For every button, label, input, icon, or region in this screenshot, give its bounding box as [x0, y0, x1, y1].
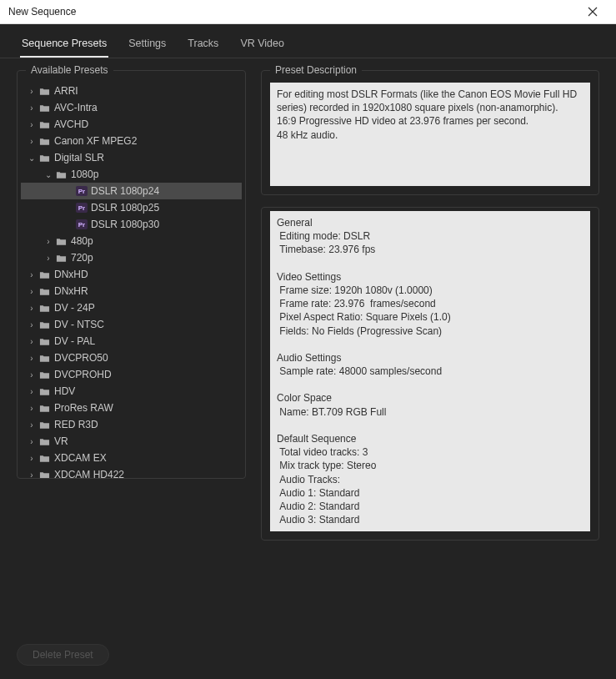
preset-icon: Pr — [76, 186, 88, 196]
tree-folder[interactable]: ›DVCPROHD — [21, 366, 242, 383]
folder-icon — [38, 302, 51, 314]
tree-folder[interactable]: ›DNxHR — [21, 283, 242, 299]
tree-item-label: DV - PAL — [54, 335, 95, 347]
tree-item-label: DNxHD — [54, 269, 88, 280]
tree-folder[interactable]: ›480p — [21, 233, 242, 249]
tree-item-label: AVCHD — [54, 118, 88, 130]
chevron-right-icon[interactable]: › — [26, 320, 38, 329]
tree-preset[interactable]: PrDSLR 1080p24 — [21, 183, 242, 199]
folder-icon — [38, 469, 51, 478]
tree-folder[interactable]: ›ProRes RAW — [21, 400, 242, 416]
preset-details-panel: General Editing mode: DSLR Timebase: 23.… — [261, 207, 599, 541]
tree-item-label: XDCAM HD422 — [54, 469, 124, 478]
tree-folder[interactable]: ›AVC-Intra — [21, 99, 242, 116]
tree-item-label: 1080p — [71, 168, 98, 180]
folder-icon — [38, 135, 51, 147]
tab-sequence-presets[interactable]: Sequence Presets — [20, 33, 108, 58]
chevron-right-icon[interactable]: › — [26, 304, 38, 313]
chevron-right-icon[interactable]: › — [26, 404, 38, 413]
tree-folder[interactable]: ⌄1080p — [21, 166, 242, 183]
preset-icon: Pr — [76, 219, 88, 229]
preset-details-text[interactable]: General Editing mode: DSLR Timebase: 23.… — [270, 211, 590, 531]
tree-folder[interactable]: ›720p — [21, 249, 242, 266]
folder-icon — [38, 118, 51, 130]
tree-item-label: ProRes RAW — [54, 402, 113, 414]
chevron-right-icon[interactable]: › — [26, 137, 38, 146]
folder-icon — [38, 85, 51, 97]
tree-preset[interactable]: PrDSLR 1080p25 — [21, 199, 242, 216]
tree-folder[interactable]: ›Canon XF MPEG2 — [21, 133, 242, 149]
chevron-right-icon[interactable]: › — [26, 87, 38, 96]
tree-item-label: DVCPRO50 — [54, 352, 108, 364]
chevron-down-icon[interactable]: ⌄ — [43, 170, 54, 179]
tree-item-label: DVCPROHD — [54, 369, 112, 380]
tree-item-label: RED R3D — [54, 419, 98, 430]
folder-icon — [38, 419, 51, 430]
tree-folder[interactable]: ›DV - NTSC — [21, 316, 242, 333]
tree-folder[interactable]: ›DVCPRO50 — [21, 350, 242, 366]
right-column: Preset Description For editing most DSLR… — [261, 70, 599, 541]
folder-icon — [38, 352, 51, 364]
tree-item-label: 480p — [71, 235, 93, 247]
chevron-right-icon[interactable]: › — [26, 370, 38, 380]
chevron-right-icon[interactable]: › — [26, 287, 38, 296]
folder-icon — [38, 402, 51, 414]
tree-folder[interactable]: ›AVCHD — [21, 116, 242, 133]
preset-icon: Pr — [76, 203, 88, 213]
chevron-down-icon[interactable]: ⌄ — [26, 153, 38, 163]
tree-folder[interactable]: ›RED R3D — [21, 416, 242, 433]
folder-icon — [38, 102, 51, 113]
tree-folder[interactable]: ⌄Digital SLR — [21, 149, 242, 166]
chevron-right-icon[interactable]: › — [43, 254, 54, 263]
tree-folder[interactable]: ›DNxHD — [21, 266, 242, 283]
preset-description-panel: Preset Description For editing most DSLR… — [261, 70, 599, 195]
chevron-right-icon[interactable]: › — [26, 103, 38, 113]
folder-icon — [54, 235, 68, 247]
tree-folder[interactable]: ›DV - PAL — [21, 333, 242, 350]
folder-icon — [38, 369, 51, 380]
folder-icon — [38, 335, 51, 347]
preset-description-text[interactable]: For editing most DSLR Formats (like the … — [270, 83, 590, 186]
tree-item-label: VR — [54, 435, 68, 447]
close-button[interactable] — [576, 0, 609, 23]
tree-folder[interactable]: ›XDCAM HD422 — [21, 466, 242, 478]
chevron-right-icon[interactable]: › — [26, 420, 38, 430]
tree-folder[interactable]: ›HDV — [21, 383, 242, 400]
chevron-right-icon[interactable]: › — [26, 270, 38, 279]
tab-tracks[interactable]: Tracks — [186, 33, 220, 58]
tree-folder[interactable]: ›DV - 24P — [21, 299, 242, 316]
folder-icon — [38, 152, 51, 163]
folder-icon — [38, 319, 51, 330]
chevron-right-icon[interactable]: › — [26, 470, 38, 479]
chevron-right-icon[interactable]: › — [26, 120, 38, 129]
tab-settings[interactable]: Settings — [127, 33, 168, 58]
chevron-right-icon[interactable]: › — [26, 337, 38, 346]
available-presets-panel: Available Presets ›ARRI›AVC-Intra›AVCHD›… — [17, 70, 246, 479]
tree-item-label: DSLR 1080p25 — [91, 202, 159, 214]
tree-preset[interactable]: PrDSLR 1080p30 — [21, 216, 242, 233]
tree-folder[interactable]: ›XDCAM EX — [21, 450, 242, 466]
tree-item-label: DNxHR — [54, 285, 88, 297]
chevron-right-icon[interactable]: › — [26, 354, 38, 363]
preset-description-label: Preset Description — [270, 64, 362, 76]
tree-item-label: Digital SLR — [54, 152, 104, 163]
chevron-right-icon[interactable]: › — [26, 387, 38, 396]
titlebar: New Sequence — [0, 0, 616, 24]
preset-tree[interactable]: ›ARRI›AVC-Intra›AVCHD›Canon XF MPEG2⌄Dig… — [18, 71, 245, 478]
available-presets-label: Available Presets — [26, 64, 113, 76]
main-area: Available Presets ›ARRI›AVC-Intra›AVCHD›… — [0, 58, 616, 547]
delete-row: Delete Preset — [0, 639, 616, 666]
chevron-right-icon[interactable]: › — [26, 454, 38, 463]
folder-icon — [54, 168, 68, 180]
chevron-right-icon[interactable]: › — [43, 237, 54, 246]
chevron-right-icon[interactable]: › — [26, 437, 38, 446]
tree-folder[interactable]: ›ARRI — [21, 83, 242, 99]
tree-folder[interactable]: ›VR — [21, 433, 242, 450]
folder-icon — [38, 385, 51, 397]
dialog-body: Sequence Presets Settings Tracks VR Vide… — [0, 24, 616, 679]
new-sequence-dialog: New Sequence Sequence Presets Settings T… — [0, 0, 616, 679]
tree-item-label: XDCAM EX — [54, 452, 107, 464]
tab-vr-video[interactable]: VR Video — [238, 33, 286, 58]
folder-icon — [38, 285, 51, 297]
tree-item-label: DSLR 1080p30 — [91, 219, 159, 230]
